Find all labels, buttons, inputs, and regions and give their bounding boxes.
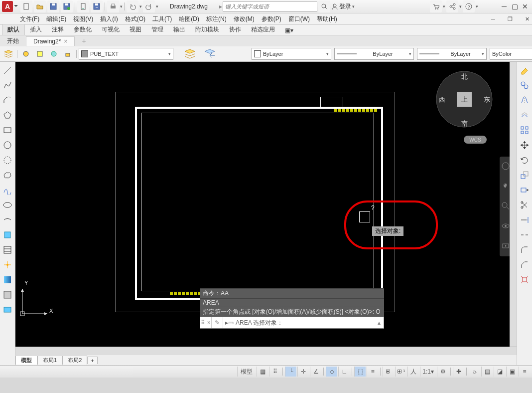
erase-icon[interactable] <box>518 64 531 77</box>
app-logo[interactable]: A <box>2 1 13 12</box>
drawing-canvas[interactable]: 上 北 南 西 东 WCS ? 选择对象: <box>15 62 517 347</box>
h-scrollbar[interactable] <box>15 347 517 355</box>
hatch-icon[interactable] <box>1 243 14 256</box>
maximize-icon[interactable]: ▢ <box>510 2 520 11</box>
doc-restore-icon[interactable]: ❐ <box>505 14 515 23</box>
cloud-open-icon[interactable] <box>77 0 89 12</box>
pline-icon[interactable] <box>1 79 14 92</box>
cloud-save-icon[interactable] <box>91 0 103 12</box>
tab-insert[interactable]: 插入 <box>25 24 47 35</box>
redo-icon[interactable] <box>143 0 155 12</box>
sb-lwt-icon[interactable]: ≡ <box>367 367 378 377</box>
v-scrollbar[interactable] <box>510 62 517 347</box>
arc-icon[interactable] <box>1 94 14 107</box>
status-model[interactable]: 模型 <box>237 367 256 377</box>
print-icon[interactable] <box>107 0 119 12</box>
table-icon[interactable] <box>1 303 14 316</box>
sb-annoscale-icon[interactable]: ⛨¹ <box>395 367 406 377</box>
tab-visual[interactable]: 可视化 <box>97 24 125 35</box>
layer-mini-4[interactable] <box>233 54 243 61</box>
tab-featured[interactable]: 精选应用 <box>246 24 280 35</box>
menu-modify[interactable]: 修改(M) <box>234 15 255 23</box>
ellipse-arc-icon[interactable] <box>1 213 14 226</box>
spline-icon[interactable] <box>1 184 14 196</box>
mirror-icon[interactable] <box>518 94 531 107</box>
login-button[interactable]: 登录 ▾ <box>331 2 355 11</box>
sb-anno-icon[interactable]: ⛨ <box>383 367 394 377</box>
sb-osnap-icon[interactable]: ◇ <box>326 367 337 377</box>
cmd-handle-icon[interactable]: ⠿ × <box>200 317 212 328</box>
menu-file[interactable]: 文件(F) <box>20 15 39 23</box>
tab-default[interactable]: 默认 <box>2 24 25 35</box>
prop-lineweight[interactable]: ByLayer▾ <box>417 48 487 60</box>
layer-freeze-icon[interactable] <box>48 48 60 60</box>
menu-view[interactable]: 视图(V) <box>73 15 93 23</box>
array-icon[interactable] <box>518 124 531 137</box>
search-input[interactable] <box>223 1 317 11</box>
layer-iso-icon[interactable] <box>34 48 46 60</box>
new-icon[interactable] <box>20 0 32 12</box>
layout-model[interactable]: 模型 <box>15 356 37 365</box>
sb-grid-icon[interactable]: ▦ <box>257 367 268 377</box>
gradient-icon[interactable] <box>1 273 14 286</box>
prop-plotstyle[interactable]: ByColor▾ <box>490 48 532 60</box>
menu-draw[interactable]: 绘图(D) <box>179 15 199 23</box>
help-icon[interactable]: ? <box>463 0 475 12</box>
tab-manage[interactable]: 管理 <box>146 24 168 35</box>
rotate-icon[interactable] <box>518 154 531 167</box>
command-input[interactable]: ⠿ × ✎ ▸▭ AREA 选择对象： ▴ <box>200 317 384 329</box>
layout-2[interactable]: 布局2 <box>62 356 87 365</box>
sb-otrack-icon[interactable]: ∟ <box>338 367 350 377</box>
menu-edit[interactable]: 编辑(E) <box>46 15 66 23</box>
sb-scale[interactable]: 1:1 ▾ <box>420 367 436 377</box>
filetab-start[interactable]: 开始 <box>0 36 26 46</box>
tab-output[interactable]: 输出 <box>168 24 190 35</box>
layer-off-icon[interactable] <box>20 48 32 60</box>
tab-addon[interactable]: 附加模块 <box>190 24 224 35</box>
layer-prev-icon[interactable] <box>202 47 220 61</box>
point-icon[interactable] <box>1 258 14 271</box>
open-icon[interactable] <box>34 0 46 12</box>
line-icon[interactable] <box>1 64 14 77</box>
menu-format[interactable]: 格式(O) <box>125 15 145 23</box>
search-icon[interactable] <box>318 0 330 12</box>
tab-param[interactable]: 参数化 <box>69 24 97 35</box>
cmd-options-icon[interactable]: ✎ <box>212 317 223 328</box>
chamfer-icon[interactable] <box>518 258 531 271</box>
sb-clean-icon[interactable]: ▣ <box>506 367 518 377</box>
revcloud-icon[interactable] <box>1 169 14 182</box>
menu-tools[interactable]: 工具(T) <box>152 15 172 23</box>
polygon-icon[interactable] <box>1 109 14 122</box>
sb-ui-lock-icon[interactable]: ☼ <box>469 367 480 377</box>
save-icon[interactable] <box>47 0 59 12</box>
trim-icon[interactable] <box>518 198 531 211</box>
undo-icon[interactable] <box>127 0 138 12</box>
sb-quickprops-icon[interactable]: ✚ <box>453 367 464 377</box>
layer-mini-3[interactable] <box>222 54 232 61</box>
cart-icon[interactable] <box>430 0 442 12</box>
circle-icon[interactable] <box>1 139 14 152</box>
wcs-badge[interactable]: WCS <box>464 136 487 144</box>
cmd-recent-icon[interactable]: ▴ <box>375 319 384 326</box>
layer-selector[interactable]: PUB_TEXT ▾ <box>79 48 173 60</box>
redo-dropdown[interactable]: ▾ <box>156 4 158 9</box>
sb-custom-icon[interactable]: ≡ <box>519 367 530 377</box>
sb-dyn-icon[interactable]: ⬚ <box>354 367 366 377</box>
doc-close-icon[interactable]: ✕ <box>522 14 532 23</box>
share-icon[interactable] <box>446 0 458 12</box>
layer-props-icon[interactable] <box>2 48 14 60</box>
scale-icon[interactable] <box>518 169 531 182</box>
layout-1[interactable]: 布局1 <box>37 356 62 365</box>
tab-view[interactable]: 视图 <box>125 24 146 35</box>
offset-icon[interactable] <box>518 109 531 122</box>
viewcube[interactable]: 上 北 南 西 东 <box>432 67 497 132</box>
tab-collab[interactable]: 协作 <box>224 24 246 35</box>
layer-state-icon[interactable] <box>182 47 200 61</box>
doc-minimize-icon[interactable]: ─ <box>488 14 498 23</box>
tab-annot[interactable]: 注释 <box>47 24 69 35</box>
filetab-new[interactable]: + <box>75 36 93 46</box>
sb-polar-icon[interactable]: ✛ <box>297 367 309 377</box>
menu-dim[interactable]: 标注(N) <box>206 15 227 23</box>
sb-hw-icon[interactable]: ▤ <box>481 367 493 377</box>
layer-lock-icon[interactable] <box>62 48 74 60</box>
